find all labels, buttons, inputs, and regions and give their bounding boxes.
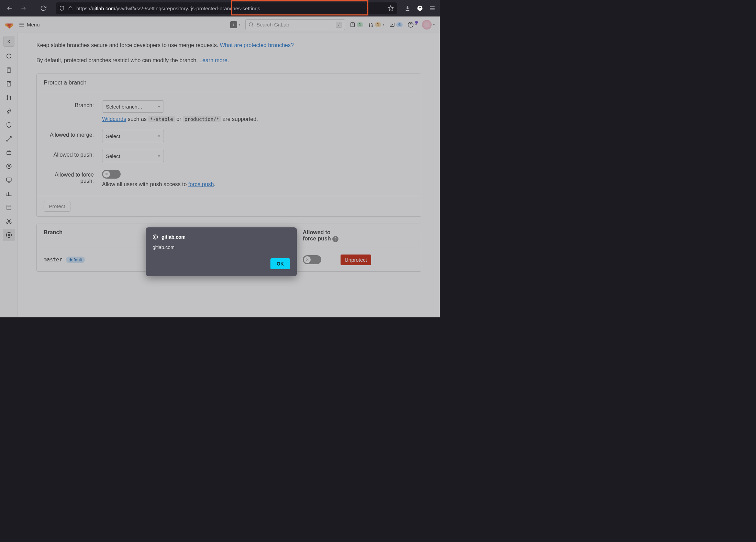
col-force: Allowed to force push? xyxy=(303,229,341,242)
search-icon xyxy=(248,22,254,27)
svg-marker-1 xyxy=(388,6,393,11)
star-icon[interactable] xyxy=(388,5,394,11)
menu-label: Menu xyxy=(27,22,40,27)
todo-count: 6 xyxy=(396,22,403,27)
hamburger-icon xyxy=(19,22,25,28)
unprotect-button[interactable]: Unprotect xyxy=(341,255,371,265)
url-text: https://gitlab.com/yvvdwf/xss/-/settings… xyxy=(76,5,260,11)
sidebar-cicd[interactable] xyxy=(3,105,15,117)
mr-link[interactable]: 1 ▾ xyxy=(368,22,385,27)
sidebar-wiki[interactable] xyxy=(3,201,15,214)
force-push-toggle[interactable]: ✕ xyxy=(102,170,121,179)
sidebar-snippets[interactable] xyxy=(3,215,15,227)
sidebar-analytics[interactable] xyxy=(3,188,15,200)
sidebar-monitor[interactable] xyxy=(3,174,15,186)
intro-text: Keep stable branches secure and force de… xyxy=(36,41,421,49)
menu-button[interactable]: Menu xyxy=(19,22,40,28)
issues-count: 1 xyxy=(357,22,363,27)
svg-rect-19 xyxy=(7,178,11,181)
back-button[interactable] xyxy=(4,3,15,14)
issues-icon xyxy=(350,22,355,27)
help-icon[interactable]: ? xyxy=(332,236,338,242)
merge-request-icon xyxy=(368,22,374,27)
intro-text-2: By default, protected branches restrict … xyxy=(36,56,421,65)
branch-label: Branch: xyxy=(44,100,102,109)
alert-title: gitlab.com xyxy=(153,234,290,240)
merge-label: Allowed to merge: xyxy=(44,130,102,138)
url-bar[interactable]: https://gitlab.com/yvvdwf/xss/-/settings… xyxy=(56,2,397,14)
account-icon[interactable]: Y xyxy=(416,5,423,12)
user-menu[interactable]: ▾ xyxy=(422,20,435,30)
browser-toolbar: https://gitlab.com/yvvdwf/xss/-/settings… xyxy=(0,0,440,16)
sidebar-security[interactable] xyxy=(3,119,15,131)
sidebar-infrastructure[interactable] xyxy=(3,160,15,172)
panel-title: Protect a branch xyxy=(37,74,421,92)
project-avatar[interactable]: X xyxy=(3,36,14,47)
sidebar-deployments[interactable] xyxy=(3,133,15,145)
svg-rect-16 xyxy=(7,151,11,155)
protect-button[interactable]: Protect xyxy=(44,201,70,212)
help-icon xyxy=(408,22,414,28)
sidebar-settings[interactable] xyxy=(3,229,15,241)
protect-branch-panel: Protect a branch Branch: Select branch…▾… xyxy=(36,74,421,217)
svg-rect-11 xyxy=(7,68,11,72)
default-badge: default xyxy=(66,257,85,263)
allowed-merge-select[interactable]: Select▾ xyxy=(102,130,164,142)
app-menu-icon[interactable] xyxy=(429,5,436,12)
forward-button[interactable] xyxy=(18,3,29,14)
globe-icon xyxy=(153,234,158,240)
shield-icon xyxy=(59,5,65,11)
svg-point-15 xyxy=(10,99,11,100)
lock-icon xyxy=(68,6,73,11)
project-sidebar: X xyxy=(0,33,18,317)
wildcards-link[interactable]: Wildcards xyxy=(102,116,126,122)
svg-point-14 xyxy=(7,99,8,100)
sidebar-repository[interactable] xyxy=(3,64,15,76)
col-branch: Branch xyxy=(44,229,146,242)
svg-point-8 xyxy=(371,25,373,26)
push-label: Allowed to push: xyxy=(44,150,102,158)
learn-more-link[interactable]: Learn more xyxy=(199,57,227,63)
sidebar-project-info[interactable] xyxy=(3,50,15,63)
alert-message: gitlab.com xyxy=(153,245,290,250)
reload-button[interactable] xyxy=(38,3,49,14)
sidebar-packages[interactable] xyxy=(3,146,15,159)
svg-point-7 xyxy=(369,25,370,26)
new-button[interactable]: + ▾ xyxy=(230,21,241,28)
svg-rect-9 xyxy=(390,23,394,26)
force-push-description: Allow all users with push access to forc… xyxy=(102,181,414,188)
sidebar-merge-requests[interactable] xyxy=(3,91,15,104)
branch-select[interactable]: Select branch…▾ xyxy=(102,100,164,113)
svg-point-13 xyxy=(7,95,8,97)
todos-link[interactable]: 6 xyxy=(389,22,403,27)
svg-point-21 xyxy=(7,222,8,224)
todo-icon xyxy=(389,22,395,27)
sidebar-issues[interactable] xyxy=(3,78,15,90)
mr-count: 1 xyxy=(375,22,381,27)
allowed-push-select[interactable]: Select▾ xyxy=(102,150,164,162)
wildcards-hint: Wildcards such as *-stable or production… xyxy=(102,116,414,122)
svg-point-17 xyxy=(8,166,10,167)
protected-branches-link[interactable]: What are protected branches? xyxy=(220,42,294,48)
search-input[interactable]: Search GitLab / xyxy=(245,19,345,30)
force-push-link[interactable]: force push xyxy=(188,181,214,187)
gitlab-logo-icon[interactable] xyxy=(5,20,14,29)
alert-ok-button[interactable]: OK xyxy=(270,258,290,269)
extension-icons: Y xyxy=(404,5,436,12)
avatar xyxy=(422,20,432,30)
svg-point-23 xyxy=(8,234,10,236)
issues-link[interactable]: 1 xyxy=(350,22,363,27)
svg-text:Y: Y xyxy=(419,7,421,10)
svg-point-22 xyxy=(10,222,11,224)
toggle-off-icon: ✕ xyxy=(304,256,311,263)
js-alert-dialog: gitlab.com gitlab.com OK xyxy=(146,227,297,276)
help-notification-dot xyxy=(415,21,418,24)
gitlab-navbar: Menu + ▾ Search GitLab / 1 1 ▾ 6 ▾ xyxy=(0,16,440,33)
svg-rect-0 xyxy=(69,8,72,10)
force-push-label: Allowed to force push: xyxy=(44,170,102,184)
downloads-icon[interactable] xyxy=(404,5,411,12)
toggle-off-icon: ✕ xyxy=(103,171,110,178)
row-force-toggle[interactable]: ✕ xyxy=(303,255,321,264)
branch-name: master xyxy=(44,257,62,263)
help-link[interactable]: ▾ xyxy=(408,22,417,28)
